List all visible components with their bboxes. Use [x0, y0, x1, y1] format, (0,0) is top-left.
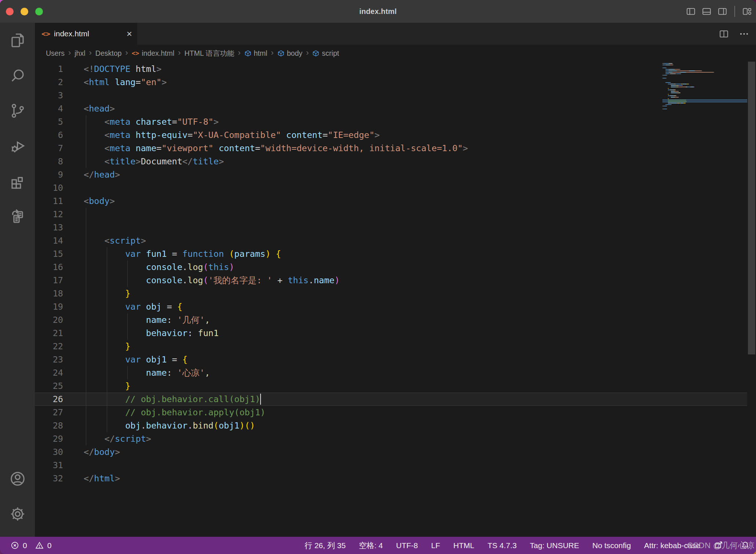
line-number[interactable]: 8 — [35, 155, 63, 168]
source-control-icon[interactable] — [0, 93, 35, 128]
code-line-27[interactable]: 27 // obj.behavior.apply(obj1) — [35, 406, 747, 419]
explorer-icon[interactable] — [0, 23, 35, 58]
line-number[interactable]: 7 — [35, 142, 63, 155]
breadcrumb-item-jhxl[interactable]: jhxl — [74, 49, 85, 58]
line-number[interactable]: 16 — [35, 260, 63, 274]
status-bar-item[interactable]: Tag: UNSURE — [530, 541, 579, 550]
code-line-6[interactable]: 6 <meta http-equiv="X-UA-Compatible" con… — [35, 128, 747, 142]
line-number[interactable]: 32 — [35, 472, 63, 485]
code-line-13[interactable]: 13 — [35, 221, 747, 234]
line-number[interactable]: 3 — [35, 89, 63, 102]
line-number[interactable]: 20 — [35, 313, 63, 327]
code-line-9[interactable]: 9</head> — [35, 168, 747, 181]
customize-layout-icon[interactable] — [742, 6, 752, 17]
line-number[interactable]: 15 — [35, 247, 63, 260]
code-line-24[interactable]: 24 name: '心凉', — [35, 366, 747, 379]
line-number[interactable]: 26 — [35, 393, 63, 406]
editor-scrollbar[interactable] — [747, 62, 756, 537]
code-editor[interactable]: 1<!DOCTYPE html>2<html lang="en">34<head… — [35, 62, 756, 537]
settings-gear-icon[interactable] — [0, 496, 35, 532]
scrollbar-slider[interactable] — [748, 62, 755, 354]
status-bar-item[interactable]: TS 4.7.3 — [487, 541, 516, 550]
code-line-8[interactable]: 8 <title>Document</title> — [35, 155, 747, 168]
breadcrumb-item-index-html[interactable]: <>index.html — [132, 49, 174, 58]
code-line-29[interactable]: 29 </script> — [35, 432, 747, 445]
status-bar-item[interactable]: UTF-8 — [396, 541, 418, 550]
toggle-right-sidebar-icon[interactable] — [717, 6, 728, 17]
tab-close-icon[interactable]: × — [127, 29, 132, 39]
code-line-14[interactable]: 14 <script> — [35, 234, 747, 247]
code-line-11[interactable]: 11<body> — [35, 194, 747, 208]
line-number[interactable]: 19 — [35, 300, 63, 313]
line-number[interactable]: 14 — [35, 234, 63, 247]
toggle-left-sidebar-icon[interactable] — [686, 6, 696, 17]
code-line-10[interactable]: 10 — [35, 181, 747, 194]
doc-sync-extension-icon[interactable] — [0, 199, 35, 234]
code-line-3[interactable]: 3 — [35, 89, 747, 102]
line-number[interactable]: 18 — [35, 287, 63, 300]
breadcrumb-item-users[interactable]: Users — [46, 49, 65, 58]
code-line-4[interactable]: 4<head> — [35, 102, 747, 115]
status-bar-item[interactable]: 行 26, 列 35 — [305, 540, 346, 551]
code-line-32[interactable]: 32</html> — [35, 472, 747, 485]
minimap[interactable] — [662, 63, 746, 110]
status-bar-item[interactable]: HTML — [453, 541, 474, 550]
code-line-23[interactable]: 23 var obj1 = { — [35, 353, 747, 366]
line-number[interactable]: 2 — [35, 76, 63, 89]
zoom-window-button[interactable] — [35, 8, 43, 15]
line-number[interactable]: 9 — [35, 168, 63, 181]
code-line-16[interactable]: 16 console.log(this) — [35, 260, 747, 274]
breadcrumb-item-body[interactable]: body — [277, 49, 302, 58]
code-line-20[interactable]: 20 name: '几何', — [35, 313, 747, 327]
code-line-31[interactable]: 31 — [35, 459, 747, 472]
code-line-2[interactable]: 2<html lang="en"> — [35, 76, 747, 89]
code-line-7[interactable]: 7 <meta name="viewport" content="width=d… — [35, 142, 747, 155]
line-number[interactable]: 1 — [35, 62, 63, 76]
close-window-button[interactable] — [6, 8, 14, 15]
status-bar-item[interactable]: 空格: 4 — [359, 540, 383, 551]
line-number[interactable]: 28 — [35, 419, 63, 432]
code-line-25[interactable]: 25 } — [35, 379, 747, 393]
minimize-window-button[interactable] — [21, 8, 28, 15]
line-number[interactable]: 13 — [35, 221, 63, 234]
run-debug-icon[interactable] — [0, 128, 35, 164]
code-line-26[interactable]: 26 // obj.behavior.call(obj1) — [35, 393, 747, 406]
code-line-1[interactable]: 1<!DOCTYPE html> — [35, 62, 747, 76]
line-number[interactable]: 29 — [35, 432, 63, 445]
extensions-icon[interactable] — [0, 164, 35, 199]
code-line-18[interactable]: 18 } — [35, 287, 747, 300]
line-number[interactable]: 4 — [35, 102, 63, 115]
search-icon[interactable] — [0, 58, 35, 93]
problems-status[interactable]: 0 0 — [0, 541, 56, 550]
tab-index-html[interactable]: <> index.html × — [35, 23, 137, 45]
account-icon[interactable] — [0, 461, 35, 496]
line-number[interactable]: 27 — [35, 406, 63, 419]
line-number[interactable]: 23 — [35, 353, 63, 366]
breadcrumb-item-html[interactable]: html — [244, 49, 268, 58]
more-actions-icon[interactable] — [739, 29, 749, 39]
code-line-22[interactable]: 22 } — [35, 340, 747, 353]
split-editor-icon[interactable] — [719, 29, 729, 39]
code-line-21[interactable]: 21 behavior: fun1 — [35, 327, 747, 340]
line-number[interactable]: 31 — [35, 459, 63, 472]
code-line-19[interactable]: 19 var obj = { — [35, 300, 747, 313]
code-line-12[interactable]: 12 — [35, 208, 747, 221]
line-number[interactable]: 12 — [35, 208, 63, 221]
line-number[interactable]: 6 — [35, 128, 63, 142]
code-line-5[interactable]: 5 <meta charset="UTF-8"> — [35, 115, 747, 128]
line-number[interactable]: 30 — [35, 445, 63, 459]
line-number[interactable]: 22 — [35, 340, 63, 353]
status-bar-item[interactable]: LF — [431, 541, 440, 550]
line-number[interactable]: 21 — [35, 327, 63, 340]
line-number[interactable]: 24 — [35, 366, 63, 379]
code-line-15[interactable]: 15 var fun1 = function (params) { — [35, 247, 747, 260]
code-line-30[interactable]: 30</body> — [35, 445, 747, 459]
line-number[interactable]: 10 — [35, 181, 63, 194]
line-number[interactable]: 11 — [35, 194, 63, 208]
line-number[interactable]: 25 — [35, 379, 63, 393]
toggle-panel-icon[interactable] — [701, 6, 712, 17]
code-line-17[interactable]: 17 console.log('我的名字是: ' + this.name) — [35, 274, 747, 287]
status-bar-item[interactable]: No tsconfig — [592, 541, 631, 550]
code-line-28[interactable]: 28 obj.behavior.bind(obj1)() — [35, 419, 747, 432]
breadcrumb-item-desktop[interactable]: Desktop — [95, 49, 122, 58]
